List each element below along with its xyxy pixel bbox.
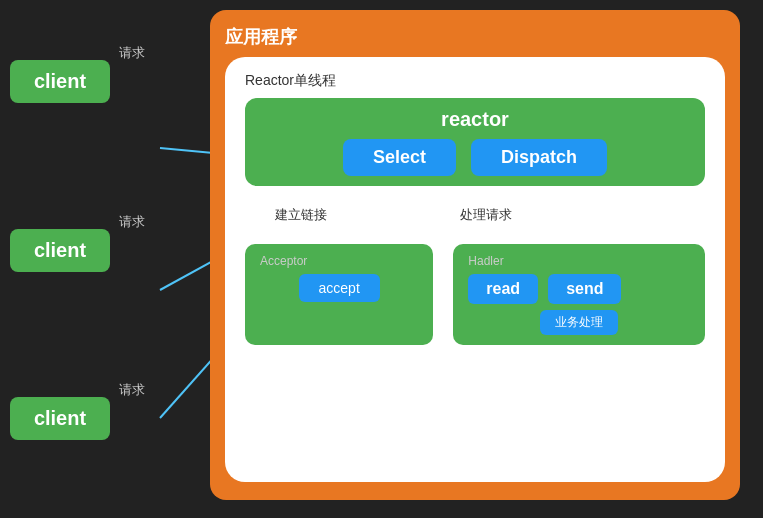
accept-button[interactable]: accept [299,274,380,302]
hadler-buttons: read send [468,274,690,304]
client-row-3: 请求 client [10,397,150,440]
request-label-2: 请求 [119,213,145,231]
main-container: 请求 client 请求 client 请求 client 应用程序 React… [0,0,763,518]
clients-area: 请求 client 请求 client 请求 client [10,60,150,440]
connect-label: 建立链接 [275,206,327,224]
request-label-1: 请求 [119,44,145,62]
dispatch-button[interactable]: Dispatch [471,139,607,176]
client-box-3: client [10,397,110,440]
reactor-title: reactor [260,108,690,131]
read-button[interactable]: read [468,274,538,304]
reactor-buttons: Select Dispatch [260,139,690,176]
request-label-3: 请求 [119,381,145,399]
client-row-2: 请求 client [10,229,150,272]
app-box: 应用程序 Reactor单线程 reactor Select Dispatch … [210,10,740,500]
client-box-1: client [10,60,110,103]
client-row-1: 请求 client [10,60,150,103]
send-button[interactable]: send [548,274,621,304]
hadler-title: Hadler [468,254,690,268]
bottom-section: Acceptor accept Hadler read send 业务处理 [245,244,705,345]
reactor-box: Reactor单线程 reactor Select Dispatch 建立链接 … [225,57,725,482]
hadler-box: Hadler read send 业务处理 [453,244,705,345]
app-title: 应用程序 [225,25,725,49]
client-box-2: client [10,229,110,272]
reactor-thread-label: Reactor单线程 [245,72,705,90]
acceptor-title: Acceptor [260,254,418,268]
acceptor-box: Acceptor accept [245,244,433,345]
business-button[interactable]: 业务处理 [540,310,618,335]
reactor-outer: reactor Select Dispatch [245,98,705,186]
select-button[interactable]: Select [343,139,456,176]
handle-label: 处理请求 [460,206,512,224]
